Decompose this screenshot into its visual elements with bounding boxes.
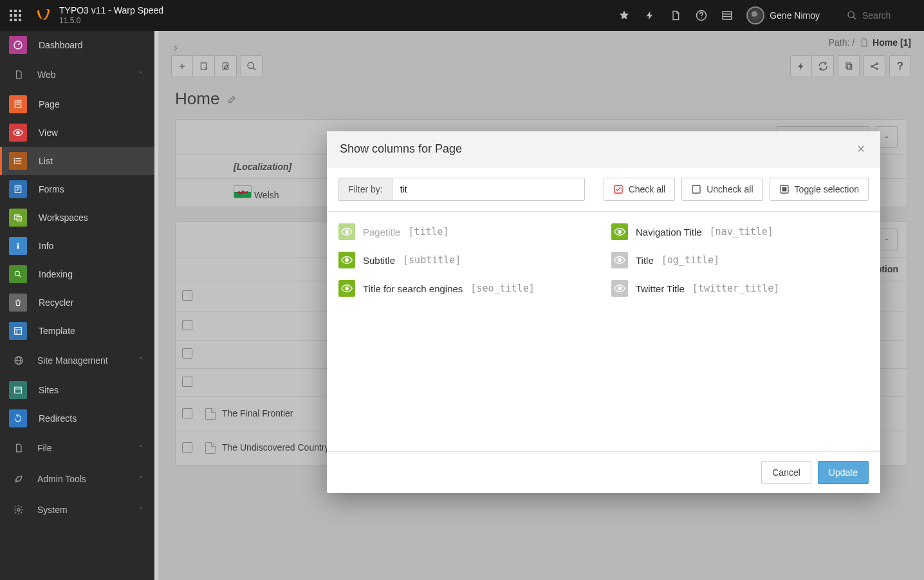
svg-rect-11 (723, 12, 732, 19)
nav-item-sites[interactable]: Sites (0, 376, 154, 404)
eye-toggle-icon[interactable] (611, 252, 628, 268)
svg-rect-76 (692, 185, 700, 193)
nav-item-dashboard[interactable]: Dashboard (0, 31, 154, 59)
nav-item-redirects[interactable]: Redirects (0, 404, 154, 433)
label: Toggle selection (795, 184, 859, 194)
search-input[interactable] (862, 10, 914, 21)
nav-item-template[interactable]: Template (0, 317, 154, 345)
help-icon[interactable] (688, 0, 714, 31)
nav-group-admin-tools[interactable]: Admin Tools˅ (0, 463, 154, 494)
column-option-label: Subtitle (363, 255, 395, 266)
svg-rect-0 (10, 10, 12, 12)
nav-group-site-management[interactable]: Site Management˄ (0, 345, 154, 376)
nav-group-label: Site Management (37, 355, 108, 366)
user-name: Gene Nimoy (770, 10, 820, 21)
column-option-field: [nav_title] (710, 226, 773, 238)
nav-group-web[interactable]: Web˄ (0, 59, 154, 90)
svg-point-84 (618, 287, 622, 290)
toggle-selection-button[interactable]: Toggle selection (770, 178, 869, 201)
svg-point-83 (346, 287, 349, 290)
dashboard-icon (9, 36, 27, 54)
template-module-icon (9, 322, 27, 340)
column-option[interactable]: Subtitle[subtitle] (338, 252, 596, 268)
nav-item-list[interactable]: List (0, 147, 154, 175)
flash-icon[interactable] (637, 0, 663, 31)
svg-point-20 (17, 131, 19, 134)
nav-label: Page (39, 99, 60, 109)
show-columns-modal: Show columns for Page × Filter by: Check… (327, 131, 880, 493)
svg-rect-78 (782, 187, 786, 191)
document-icon[interactable] (663, 0, 688, 31)
svg-rect-1 (14, 10, 17, 12)
eye-toggle-icon[interactable] (611, 223, 628, 240)
svg-rect-37 (15, 328, 22, 335)
nav-label: View (39, 127, 58, 138)
svg-point-14 (848, 12, 854, 17)
filter-label: Filter by: (338, 178, 392, 201)
svg-rect-43 (15, 387, 22, 393)
column-option-field: [twitter_title] (692, 283, 779, 294)
chevron-up-icon: ˄ (139, 71, 143, 79)
redirects-module-icon (9, 409, 27, 427)
update-button[interactable]: Update (818, 461, 869, 484)
column-option[interactable]: Title for search engines[seo_title] (338, 280, 596, 297)
nav-item-info[interactable]: Info (0, 232, 154, 260)
nav-item-recycler[interactable]: Recycler (0, 288, 154, 317)
svg-rect-5 (19, 14, 21, 17)
uncheck-all-button[interactable]: Uncheck all (681, 178, 762, 201)
svg-rect-4 (14, 14, 17, 17)
site-info: TYPO3 v11 - Warp Speed 11.5.0 (59, 6, 163, 26)
workspaces-module-icon (9, 209, 27, 227)
svg-point-82 (618, 259, 622, 262)
page-module-icon (9, 95, 27, 113)
nav-group-label: File (37, 443, 52, 453)
svg-rect-2 (19, 10, 21, 12)
eye-toggle-icon (338, 223, 355, 240)
nav-item-page[interactable]: Page (0, 90, 154, 118)
rocket-icon (12, 474, 26, 484)
global-search[interactable] (840, 10, 924, 21)
filter-input[interactable] (392, 178, 585, 201)
list-panel-icon[interactable] (714, 0, 740, 31)
nav-group-label: Admin Tools (37, 474, 86, 484)
info-module-icon (9, 237, 27, 255)
column-option-label: Title (636, 255, 654, 266)
svg-rect-3 (10, 14, 12, 17)
cancel-button[interactable]: Cancel (761, 461, 811, 484)
column-option[interactable]: Title[og_title] (611, 252, 869, 268)
nav-label: Forms (39, 184, 64, 194)
eye-toggle-icon[interactable] (338, 252, 355, 268)
label: Uncheck all (707, 184, 753, 194)
modal-body: Pagetitle[title]Navigation Title[nav_tit… (327, 212, 880, 451)
eye-toggle-icon[interactable] (611, 280, 628, 297)
nav-label: Indexing (39, 269, 73, 279)
column-option[interactable]: Twitter Title[twitter_title] (611, 280, 869, 297)
nav-label: List (39, 156, 53, 166)
bookmark-star-icon[interactable] (611, 0, 637, 31)
nav-group-system[interactable]: System˅ (0, 494, 154, 525)
nav-group-label: System (37, 505, 68, 515)
svg-rect-8 (19, 19, 21, 21)
user-menu[interactable]: Gene Nimoy (740, 6, 840, 24)
nav-group-file[interactable]: File˅ (0, 433, 154, 463)
modal-toolbar: Filter by: Check all Uncheck all Toggle … (327, 167, 880, 212)
nav-item-workspaces[interactable]: Workspaces (0, 203, 154, 232)
column-option: Pagetitle[title] (338, 223, 596, 240)
close-icon[interactable]: × (855, 142, 867, 156)
svg-point-81 (346, 259, 349, 262)
nav-item-indexing[interactable]: Indexing (0, 260, 154, 288)
svg-rect-6 (10, 19, 12, 21)
svg-point-24 (14, 158, 15, 159)
eye-toggle-icon[interactable] (338, 280, 355, 297)
nav-item-view[interactable]: View (0, 118, 154, 147)
nav-label: Sites (39, 385, 59, 395)
chevron-down-icon: ˅ (139, 444, 143, 453)
svg-point-80 (618, 230, 622, 234)
column-option[interactable]: Navigation Title[nav_title] (611, 223, 869, 240)
check-all-button[interactable]: Check all (604, 178, 676, 201)
apps-grid-icon[interactable] (0, 0, 31, 31)
svg-point-10 (701, 17, 702, 19)
forms-module-icon (9, 180, 27, 198)
nav-item-forms[interactable]: Forms (0, 175, 154, 203)
checkbox-empty-icon (691, 184, 701, 194)
